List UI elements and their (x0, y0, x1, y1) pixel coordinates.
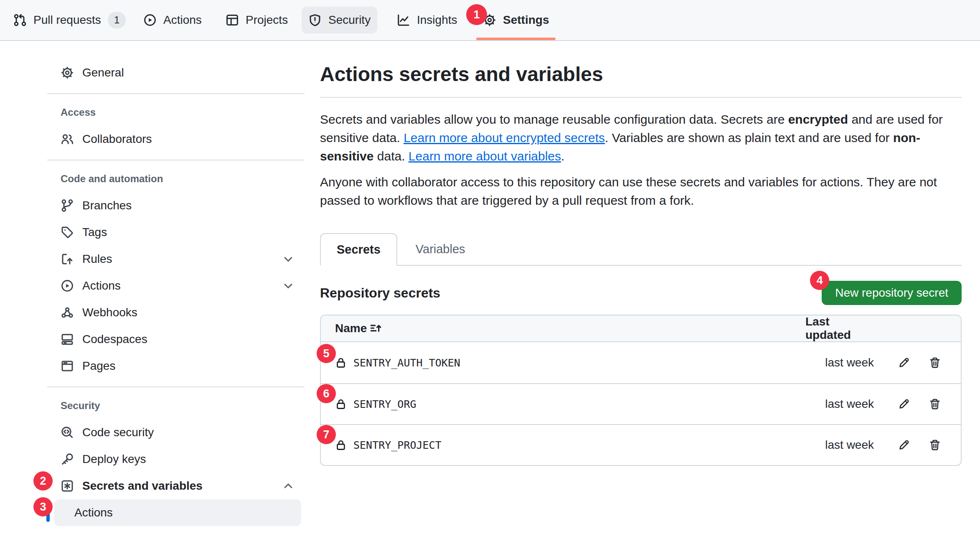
sidebar-item-label: Branches (82, 199, 132, 212)
secret-row: SENTRY_ORG last week (321, 383, 961, 424)
sidebar-item-secrets-and-variables[interactable]: Secrets and variables (47, 473, 305, 499)
lock-icon (335, 439, 347, 451)
play-icon (143, 13, 157, 27)
secrets-table-header: Name Last updated (321, 315, 961, 342)
tab-label: Actions (163, 13, 202, 27)
sidebar-item-label: Collaborators (82, 132, 152, 146)
button-label: New repository secret (835, 286, 948, 300)
secret-name: SENTRY_ORG (353, 398, 416, 410)
sidebar-item-general[interactable]: General (47, 59, 305, 86)
trash-icon (929, 439, 941, 451)
codespaces-icon (61, 333, 74, 346)
tag-icon (61, 226, 74, 239)
tab-pull-requests[interactable]: Pull requests 1 (7, 7, 132, 33)
sort-ascending-icon (369, 322, 382, 335)
tab-label: Pull requests (33, 13, 101, 27)
sidebar-item-label: Rules (82, 252, 112, 266)
sidebar-divider (47, 387, 305, 387)
name-column-header: Name (335, 322, 367, 335)
new-repository-secret-button[interactable]: 4 New repository secret (822, 281, 962, 305)
tab-insights[interactable]: Insights (390, 7, 464, 33)
sidebar-item-codespaces[interactable]: Codespaces (47, 326, 305, 353)
graph-icon (397, 13, 410, 27)
git-branch-icon (61, 199, 74, 212)
sidebar-item-label: Pages (82, 359, 115, 373)
intro-text: . (561, 149, 564, 163)
sidebar-item-label: General (82, 66, 124, 79)
settings-main: Actions secrets and variables Secrets an… (320, 41, 962, 466)
sidebar-item-label: Deploy keys (82, 453, 146, 466)
sidebar-divider (47, 93, 305, 94)
secret-name: SENTRY_AUTH_TOKEN (353, 357, 460, 369)
sidebar-item-label: Actions (74, 506, 113, 519)
codescan-icon (61, 426, 74, 439)
sidebar-item-branches[interactable]: Branches (47, 192, 305, 219)
delete-secret-button[interactable] (926, 395, 944, 413)
edit-secret-button[interactable] (895, 436, 913, 454)
sidebar-item-code-security[interactable]: Code security (47, 419, 305, 446)
secrets-variables-tablist: Secrets Variables (320, 233, 962, 266)
sidebar-section-security: Security (47, 397, 305, 414)
play-icon (61, 279, 74, 292)
asterisk-box-icon (61, 479, 74, 493)
sidebar-subitem-actions-selected[interactable]: Actions (54, 499, 301, 526)
lock-icon (335, 398, 347, 410)
page-title: Actions secrets and variables (320, 63, 962, 98)
tab-secrets[interactable]: Secrets (320, 233, 397, 266)
sidebar-item-collaborators[interactable]: Collaborators (47, 126, 305, 153)
secret-row: SENTRY_AUTH_TOKEN last week (321, 342, 961, 383)
secrets-table: 5 6 7 Name Last updated (320, 315, 962, 466)
browser-icon (61, 359, 74, 373)
tab-settings[interactable]: 1 Settings (476, 7, 556, 33)
sidebar-item-label: Tags (82, 226, 107, 239)
chevron-down-icon (282, 280, 295, 292)
pencil-icon (898, 439, 910, 451)
delete-secret-button[interactable] (926, 353, 944, 372)
edit-secret-button[interactable] (895, 395, 913, 413)
annotation-badge-4: 4 (810, 271, 829, 290)
intro-text: Secrets and variables allow you to manag… (320, 112, 788, 126)
secret-last-updated: last week (805, 397, 874, 411)
secret-last-updated: last week (805, 438, 874, 452)
sidebar-item-actions[interactable]: Actions (47, 272, 305, 299)
pencil-icon (898, 398, 910, 410)
tab-label: Projects (246, 13, 288, 27)
pull-requests-counter: 1 (108, 12, 126, 28)
sidebar-item-rules[interactable]: Rules (47, 246, 305, 272)
sidebar-item-deploy-keys[interactable]: Deploy keys (47, 446, 305, 473)
annotation-badge-5: 5 (317, 344, 336, 363)
chevron-down-icon (282, 253, 295, 265)
tab-label: Insights (417, 13, 457, 27)
people-icon (61, 132, 74, 146)
annotation-badge-6: 6 (317, 384, 336, 403)
sort-by-name-control[interactable]: Name (335, 322, 382, 335)
shield-icon (308, 13, 322, 27)
secret-name: SENTRY_PROJECT (353, 439, 442, 451)
intro-text: data. (373, 149, 408, 163)
sidebar-item-pages[interactable]: Pages (47, 353, 305, 379)
settings-sidebar: General Access Collaborators Code and au… (47, 41, 305, 526)
repository-secrets-heading: Repository secrets (320, 285, 440, 301)
sidebar-item-label: Secrets and variables (82, 479, 203, 493)
sidebar-section-code-automation: Code and automation (47, 170, 305, 187)
git-pull-request-icon (13, 13, 27, 27)
key-icon (61, 453, 74, 466)
sidebar-item-label: Actions (82, 279, 121, 292)
edit-secret-button[interactable] (895, 353, 913, 372)
tab-variables[interactable]: Variables (397, 233, 484, 265)
tab-security[interactable]: Security (302, 7, 377, 33)
learn-more-encrypted-secrets-link[interactable]: Learn more about encrypted secrets (404, 131, 605, 145)
intro-paragraph: Secrets and variables allow you to manag… (320, 110, 962, 165)
tab-projects[interactable]: Projects (219, 7, 295, 33)
delete-secret-button[interactable] (926, 436, 944, 454)
webhook-icon (61, 306, 74, 319)
collaborator-access-paragraph: Anyone with collaborator access to this … (320, 173, 962, 210)
tab-actions[interactable]: Actions (137, 7, 208, 33)
tab-label: Settings (503, 13, 549, 27)
repo-tab-nav: Pull requests 1 Actions Projects Securit… (0, 0, 980, 41)
sidebar-item-webhooks[interactable]: Webhooks (47, 299, 305, 326)
sidebar-section-access: Access (47, 104, 305, 121)
learn-more-variables-link[interactable]: Learn more about variables (409, 149, 561, 163)
sidebar-item-label: Codespaces (82, 333, 147, 346)
sidebar-item-tags[interactable]: Tags (47, 219, 305, 246)
